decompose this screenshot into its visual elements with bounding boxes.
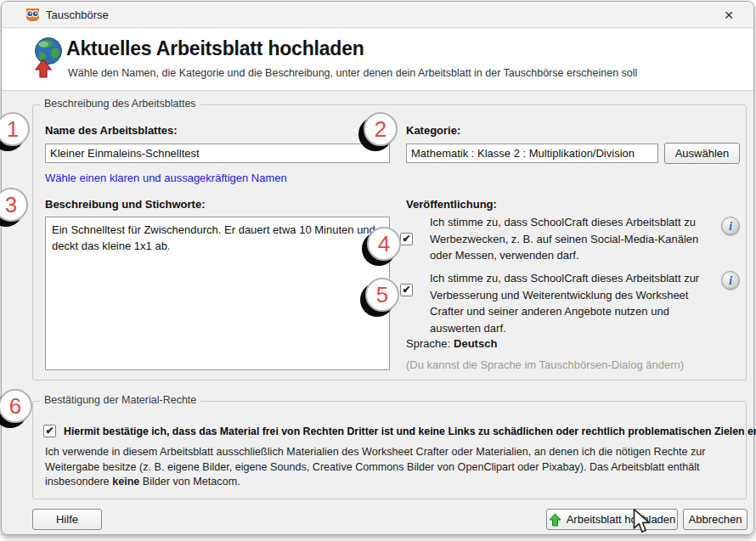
category-select-button[interactable]: Auswählen: [664, 143, 740, 164]
info-icon[interactable]: i: [721, 217, 740, 235]
description-textarea[interactable]: Ein Schnelltest für Zwischendurch. Er da…: [45, 217, 390, 370]
rights-details-text: Ich verwende in diesem Arbeitsblatt auss…: [45, 445, 743, 490]
development-consent-text: Ich stimme zu, dass SchoolCraft dieses A…: [430, 270, 714, 336]
page-title: Aktuelles Arbeitsblatt hochladen: [66, 37, 364, 60]
language-value: Deutsch: [454, 337, 497, 350]
description-label: Beschreibung und Stichworte:: [45, 198, 206, 211]
name-label: Name des Arbeitsblattes:: [45, 124, 178, 137]
language-line: Sprache:Deutsch: [406, 337, 497, 350]
window-title: Tauschbörse: [46, 2, 109, 28]
upload-button-label: Arbeitsblatt hochladen: [567, 513, 676, 526]
marketing-consent-checkbox[interactable]: ✔: [400, 233, 413, 245]
title-bar: Tauschbörse ×: [2, 2, 753, 28]
rights-confirm-text: Hiermit bestätige ich, dass das Material…: [64, 425, 756, 437]
upload-button[interactable]: Arbeitsblatt hochladen: [546, 509, 678, 530]
owl-app-icon: [25, 7, 41, 26]
check-icon: ✔: [402, 285, 410, 295]
description-groupbox-legend: Beschreibung des Arbeitsblattes: [40, 98, 200, 110]
name-hint-link[interactable]: Wähle einen klaren und aussagekräftigen …: [45, 172, 287, 184]
marketing-consent-text: Ich stimme zu, dass SchoolCraft dieses A…: [430, 214, 703, 264]
upload-globe-icon: [32, 37, 65, 82]
rights-groupbox: Bestätigung der Material-Rechte ✔ Hiermi…: [32, 401, 747, 499]
development-consent-checkbox[interactable]: ✔: [400, 284, 413, 296]
category-label: Kategorie:: [406, 124, 460, 137]
check-icon: ✔: [402, 234, 410, 244]
help-button[interactable]: Hilfe: [32, 509, 102, 530]
language-label: Sprache:: [406, 337, 450, 350]
upload-arrow-icon: [549, 513, 561, 527]
publication-label: Veröffentlichung:: [406, 198, 497, 211]
language-note: (Du kannst die Sprache im Tauschbörsen-D…: [406, 358, 684, 371]
cancel-button[interactable]: Abbrechen: [683, 509, 748, 530]
annotation-badge-4: 4: [367, 227, 401, 261]
close-icon[interactable]: ×: [718, 4, 740, 26]
rights-groupbox-legend: Bestätigung der Material-Rechte: [40, 394, 200, 406]
category-input[interactable]: [406, 144, 658, 163]
annotation-badge-2: 2: [364, 112, 398, 146]
dialog-content: Beschreibung des Arbeitsblattes Name des…: [2, 91, 753, 534]
annotation-badge-5: 5: [365, 278, 399, 312]
dialog-window: Tauschbörse × Aktuelles Arbeitsblatt hoc…: [1, 1, 754, 535]
dialog-header: Aktuelles Arbeitsblatt hochladen Wähle d…: [2, 29, 753, 91]
name-input[interactable]: [45, 144, 390, 163]
check-icon: ✔: [45, 425, 54, 436]
page-subtitle: Wähle den Namen, die Kategorie und die B…: [68, 67, 637, 79]
mouse-cursor: [632, 508, 652, 538]
info-icon[interactable]: i: [721, 271, 740, 290]
rights-confirm-checkbox[interactable]: ✔: [43, 425, 56, 437]
